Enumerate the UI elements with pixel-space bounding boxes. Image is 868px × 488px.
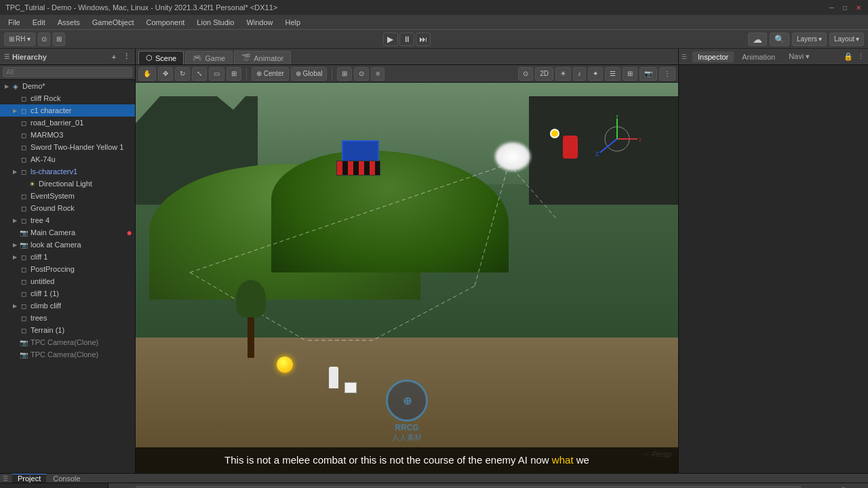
hierarchy-add-btn[interactable]: + [109,52,119,62]
tab-navi[interactable]: Navi ▾ [783,51,815,62]
hierarchy-item-cliff1[interactable]: ▶ ◻ cliff 1 [0,251,135,263]
fx-toggle[interactable]: ✦ [588,67,603,81]
hierarchy-item-cliff-rock[interactable]: ◻ cliff Rock [0,92,135,104]
play-button[interactable]: ▶ [383,33,398,46]
inspector-more-btn[interactable]: ⋮ [856,52,865,62]
hierarchy-item-postpro[interactable]: ◻ PostProccing [0,263,135,275]
transform-text: RH ▾ [16,35,31,43]
hierarchy-item-tree4[interactable]: ▶ ◻ tree 4 [0,214,135,226]
scale-tool[interactable]: ⤡ [192,67,207,81]
menu-help[interactable]: Help [280,17,307,28]
2d-toggle[interactable]: 2D [535,67,553,81]
hierarchy-item-event-sys[interactable]: ◻ EventSystem [0,190,135,202]
hierarchy-item-cliff1p[interactable]: ◻ cliff 1 (1) [0,287,135,300]
white-box-object [344,382,357,393]
bottom-content: ▾ Assets 📁 AK-74u 📁 c1 📁 City Props Bund… [0,483,868,488]
tab-animator[interactable]: 🎬 Animator [234,51,291,64]
layers-label: Layers [797,35,817,43]
hierarchy-item-sword[interactable]: ◻ Sword Two-Hander Yellow 1 [0,141,135,153]
snap-button[interactable]: ⊙ [38,33,50,46]
svg-line-11 [600,139,617,152]
global-toggle[interactable]: ⊕ Global [291,67,328,81]
inspector-content [679,65,868,76]
hierarchy-item-untitled[interactable]: ◻ untitled [0,275,135,287]
menu-lion-studio[interactable]: Lion Studio [191,17,239,28]
inspector-lock-btn[interactable]: 🔒 [844,52,853,62]
hierarchy-controls: + ⋮ [109,52,131,62]
tab-console[interactable]: Console [47,474,85,483]
menu-file[interactable]: File [3,17,26,28]
menu-edit[interactable]: Edit [27,17,51,28]
tab-animation[interactable]: Animation [736,52,781,62]
menu-gameobject[interactable]: GameObject [87,17,140,28]
hierarchy-item-demo[interactable]: ▶ ◈ Demo* [0,80,135,92]
hierarchy-menu-btn[interactable]: ⋮ [121,52,131,62]
hierarchy-item-trees[interactable]: ◻ trees [0,312,135,324]
grid-toggle[interactable]: ⊞ [337,67,352,81]
subtitle-text: This is not a melee combat or this is no… [146,453,667,468]
tab-game[interactable]: 🎮 Game [185,51,233,64]
audio-toggle[interactable]: ♪ [573,67,586,81]
hierarchy-item-ak74u[interactable]: ◻ AK-74u [0,153,135,165]
scene-toolbar: ✋ ✥ ↻ ⤡ ▭ ⊞ ⊕ Center ⊕ Global ⊞ ⊙ ≡ ⊙ 2D… [136,65,678,83]
pause-button[interactable]: ⏸ [399,33,414,46]
layout-dropdown[interactable]: Layout ▾ [829,33,864,46]
snap-settings[interactable]: ⊙ [354,67,369,81]
tab-inspector[interactable]: Inspector [692,52,734,62]
subtitle-rest: we [574,454,589,466]
player-locator-dot [550,129,559,138]
menu-window[interactable]: Window [241,17,278,28]
layout-label: Layout [834,35,854,43]
align-button[interactable]: ⊞ [53,33,65,46]
gizmo-toggle[interactable]: ≡ [371,67,384,81]
tree-label: tree 4 [31,216,50,224]
subtitle-container: This is not a melee combat or this is no… [136,447,678,474]
search-button[interactable]: 🔍 [770,33,789,46]
hierarchy-item-tpc-cam-1[interactable]: 📷 TPC Camera(Clone) [0,336,135,348]
minimize-button[interactable]: ─ [827,3,835,12]
move-tool[interactable]: ✥ [158,67,173,81]
hierarchy-item-c1-character[interactable]: ▶ ◻ c1 character [0,104,135,117]
hand-tool[interactable]: ✋ [138,67,156,81]
scene-viewport[interactable]: X Y Z ← Persp This is not a melee combat… [136,83,678,473]
menu-assets[interactable]: Assets [52,17,85,28]
more-options[interactable]: ⋮ [659,67,675,81]
close-button[interactable]: ✕ [854,3,863,12]
menu-component[interactable]: Component [140,17,190,28]
hierarchy-item-road-barrier[interactable]: ◻ road_barrier_01 [0,117,135,129]
transform-tool[interactable]: ⊞ [226,67,241,81]
hierarchy-search-input[interactable] [3,67,132,77]
subtitle-highlight: what [552,454,574,466]
rotate-tool[interactable]: ↻ [175,67,190,81]
transform-dropdown[interactable]: ⊞ RH ▾ [4,33,35,46]
pivot-toggle[interactable]: ⊕ Center [252,67,289,81]
hierarchy-item-main-camera[interactable]: 📷 Main Camera ● [0,226,135,239]
collab-button[interactable]: ☁ [748,33,767,46]
hierarchy-item-ground-rock[interactable]: ◻ Ground Rock [0,202,135,214]
hierarchy-item-dir-light[interactable]: ☀ Directional Light [0,178,135,190]
hierarchy-item-look-cam[interactable]: ▶ 📷 look at Camera [0,239,135,251]
inspector-tab-bar: ☰ Inspector Animation Navi ▾ 🔒 ⋮ [679,49,868,65]
rect-tool[interactable]: ▭ [209,67,224,81]
hierarchy-header: ☰ Hierarchy + ⋮ [0,49,135,65]
step-button[interactable]: ⏭ [416,33,431,46]
scene-vis-toggle[interactable]: ☰ [605,67,620,81]
hierarchy-item-ls-char[interactable]: ▶ ◻ ls-characterv1 [0,165,135,178]
hierarchy-item-terrain[interactable]: ◻ Terrain (1) [0,324,135,336]
hierarchy-item-tpc-cam-2[interactable]: 📷 TPC Camera(Clone) [0,348,135,361]
camera-toggle[interactable]: 📷 [639,67,657,81]
tree-foliage [236,280,266,317]
hierarchy-item-climb-cliff[interactable]: ▶ ◻ climb cliff [0,300,135,312]
subtitle-main: This is not a melee combat or this is no… [224,454,552,466]
assets-search-input[interactable] [136,486,801,489]
hierarchy-item-marmo3[interactable]: ◻ MARMO3 [0,129,135,141]
maximize-button[interactable]: □ [841,3,849,12]
tab-project[interactable]: Project [12,474,46,483]
gizmo-vis-toggle[interactable]: ⊞ [623,67,637,81]
lighting-toggle[interactable]: ☀ [555,67,571,81]
tab-scene[interactable]: ⬡ Scene [138,51,184,64]
red-barrier [336,161,380,176]
view-options[interactable]: ⊙ [518,67,533,81]
scene-tab-bar: ⬡ Scene 🎮 Game 🎬 Animator [136,49,678,65]
layers-dropdown[interactable]: Layers ▾ [792,33,827,46]
